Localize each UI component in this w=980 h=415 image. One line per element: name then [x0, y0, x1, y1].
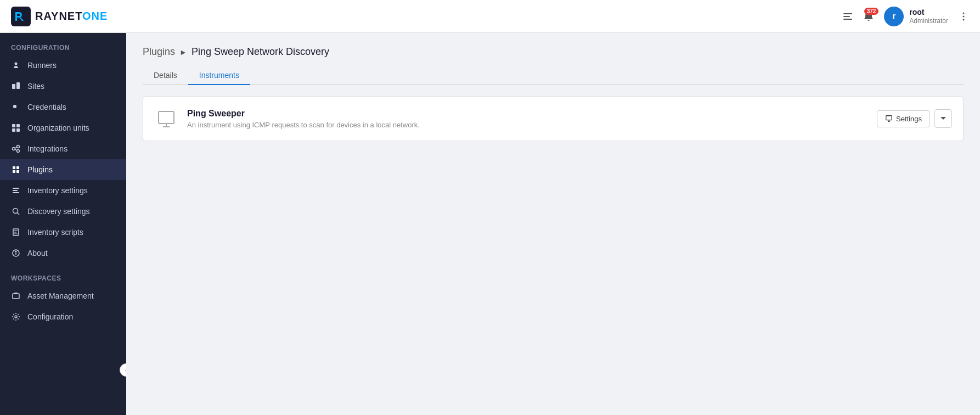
svg-point-17 [17, 150, 20, 153]
sidebar-item-about-label: About [27, 249, 48, 257]
sidebar-item-inventory-settings[interactable]: Inventory settings [0, 180, 126, 201]
sidebar-section-workspaces: Workspaces [0, 263, 126, 285]
plugins-icon [11, 165, 21, 175]
menu-icon-button[interactable] [842, 11, 853, 22]
user-name: root [909, 7, 948, 17]
sidebar-item-runners[interactable]: Runners [0, 55, 126, 76]
sidebar-item-inventory-scripts[interactable]: Inventory scripts [0, 222, 126, 243]
avatar: r [884, 7, 904, 26]
svg-rect-1 [843, 13, 852, 14]
more-options-button[interactable] [958, 11, 969, 22]
tab-instruments[interactable]: Instruments [188, 66, 250, 85]
svg-rect-25 [13, 190, 18, 191]
sidebar-item-inventory-settings-label: Inventory settings [27, 186, 88, 195]
tabs: Details Instruments [143, 66, 964, 85]
svg-rect-36 [13, 294, 19, 299]
sidebar-collapse-button[interactable]: ‹ [120, 363, 126, 377]
instrument-name: Ping Sweeper [187, 109, 868, 119]
svg-rect-26 [13, 192, 19, 193]
topbar-actions: 372 r root Administrator [842, 7, 969, 26]
svg-line-19 [15, 149, 17, 150]
sidebar-item-discovery-settings[interactable]: Discovery settings [0, 201, 126, 222]
runners-icon [11, 60, 21, 70]
sidebar-section-configuration: Configuration [0, 33, 126, 55]
configuration-ws-icon [11, 312, 21, 322]
breadcrumb: Plugins ► Ping Sweep Network Discovery [143, 46, 964, 58]
svg-rect-20 [13, 166, 15, 169]
instrument-actions: Settings [877, 109, 952, 128]
sidebar-item-organization-units[interactable]: Organization units [0, 117, 126, 138]
organization-units-icon [11, 123, 21, 133]
tab-details[interactable]: Details [143, 66, 188, 85]
svg-rect-11 [12, 124, 15, 127]
svg-rect-24 [13, 188, 19, 189]
svg-point-37 [15, 316, 17, 318]
svg-point-6 [963, 19, 965, 20]
instrument-icon [156, 109, 176, 128]
notifications-button[interactable]: 372 [863, 11, 874, 22]
svg-rect-14 [16, 128, 20, 132]
sidebar-item-asset-management-label: Asset Management [27, 291, 94, 300]
sidebar-item-configuration-ws-label: Configuration [27, 312, 73, 321]
main-content: Plugins ► Ping Sweep Network Discovery D… [126, 33, 980, 415]
svg-rect-38 [159, 111, 174, 124]
svg-point-4 [963, 12, 965, 14]
sidebar-item-about[interactable]: About [0, 243, 126, 263]
sidebar-item-asset-management[interactable]: Asset Management [0, 285, 126, 306]
chevron-down-icon [939, 115, 947, 122]
topbar: RAYNETONE 372 r root Administrator [0, 0, 980, 33]
sidebar-item-credentials[interactable]: Credentials [0, 97, 126, 117]
sidebar-item-discovery-settings-label: Discovery settings [27, 207, 90, 216]
layout: Configuration Runners Sites Credentials … [0, 33, 980, 415]
svg-line-28 [18, 213, 20, 215]
svg-line-18 [15, 147, 17, 148]
credentials-icon [11, 102, 21, 112]
svg-point-5 [963, 15, 965, 17]
sidebar-item-integrations[interactable]: Integrations [0, 138, 126, 159]
sidebar-item-inventory-scripts-label: Inventory scripts [27, 228, 83, 237]
user-section[interactable]: r root Administrator [884, 7, 948, 26]
settings-label: Settings [896, 115, 922, 123]
svg-rect-8 [12, 84, 15, 89]
sidebar-item-configuration-ws[interactable]: Configuration [0, 306, 126, 327]
breadcrumb-separator: ► [179, 48, 187, 57]
svg-rect-41 [886, 116, 892, 120]
raynetone-logo-icon [11, 7, 31, 26]
svg-point-35 [15, 251, 16, 252]
sidebar-item-credentials-label: Credentials [27, 103, 66, 111]
user-role: Administrator [909, 17, 948, 26]
sidebar-item-sites[interactable]: Sites [0, 76, 126, 97]
sidebar-item-plugins[interactable]: Plugins [0, 159, 126, 180]
notification-count: 372 [864, 8, 879, 15]
svg-rect-12 [16, 124, 20, 127]
about-icon [11, 248, 21, 258]
svg-point-7 [15, 63, 18, 65]
sidebar-item-integrations-label: Integrations [27, 144, 67, 153]
sidebar-item-runners-label: Runners [27, 61, 57, 70]
logo-text: RAYNETONE [35, 10, 108, 23]
svg-rect-22 [13, 170, 15, 173]
svg-point-16 [17, 145, 20, 148]
logo: RAYNETONE [11, 7, 108, 26]
inventory-scripts-icon [11, 227, 21, 237]
asset-management-icon [11, 291, 21, 301]
svg-rect-9 [16, 82, 20, 89]
instrument-settings-button[interactable]: Settings [877, 110, 930, 127]
instrument-expand-button[interactable] [934, 109, 952, 128]
breadcrumb-plugins-link[interactable]: Plugins [143, 46, 175, 58]
instrument-description: An instrument using ICMP requests to sca… [187, 121, 868, 129]
svg-point-27 [13, 209, 18, 214]
instrument-icon-wrap [154, 106, 178, 131]
svg-rect-21 [16, 166, 19, 169]
sidebar: Configuration Runners Sites Credentials … [0, 33, 126, 415]
breadcrumb-current: Ping Sweep Network Discovery [192, 46, 329, 58]
svg-rect-2 [843, 16, 850, 17]
svg-point-15 [13, 148, 15, 150]
svg-rect-3 [843, 19, 852, 20]
instrument-info: Ping Sweeper An instrument using ICMP re… [187, 109, 868, 129]
integrations-icon [11, 144, 21, 154]
sidebar-item-sites-label: Sites [27, 82, 44, 91]
inventory-settings-icon [11, 186, 21, 195]
user-info: root Administrator [909, 7, 948, 26]
discovery-settings-icon [11, 206, 21, 216]
